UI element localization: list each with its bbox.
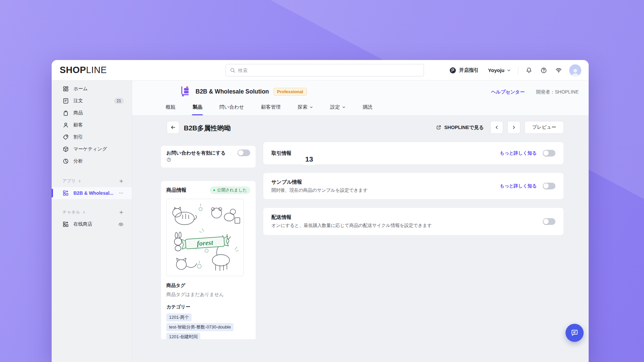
discount-tag-icon — [62, 134, 69, 140]
global-search[interactable] — [225, 64, 424, 76]
store-guide-button[interactable]: 开店指引 — [449, 67, 479, 74]
more-options-icon[interactable] — [118, 190, 124, 196]
back-button[interactable] — [167, 121, 179, 134]
inquiry-toggle-label: お問い合わせを有効にする — [166, 150, 237, 156]
category-tag-list: 1201-两个 test-智能分类-整数-0730-double 1201-创建… — [166, 313, 250, 339]
tab-inquiries[interactable]: 問い合わせ — [219, 104, 245, 115]
sidebar-item-label: ホーム — [73, 86, 124, 92]
sample-info-toggle[interactable] — [543, 183, 555, 189]
page-title: B2B多属性哟呦 — [184, 124, 231, 133]
card-title: サンプル情報 — [271, 179, 500, 185]
developer-label: 開発者：SHOPLINE — [536, 89, 579, 95]
learn-more-link[interactable]: もっと詳しく知る — [500, 150, 537, 156]
search-input[interactable] — [238, 68, 420, 73]
category-tag[interactable]: 1201-两个 — [166, 313, 192, 321]
forest-banner-text: forest — [197, 238, 214, 247]
avatar[interactable] — [569, 64, 581, 76]
sidebar-item-b2b-app[interactable]: B2B & Wholesal... — [52, 187, 132, 199]
sidebar-item-products[interactable]: 商品 — [52, 107, 132, 119]
analytics-pie-icon — [62, 158, 69, 165]
logo-bold: SHOP — [60, 65, 86, 75]
shopline-logo[interactable]: SHOPLINE — [60, 65, 107, 75]
product-info-title: 商品情報 — [166, 187, 186, 193]
shipping-info-toggle[interactable] — [543, 218, 555, 225]
network-wifi-icon[interactable] — [554, 66, 562, 74]
sidebar-item-analytics[interactable]: 分析 — [52, 155, 132, 167]
customers-icon — [62, 122, 69, 128]
sidebar-item-label: マーケティング — [73, 146, 124, 152]
tab-customer-management[interactable]: 顧客管理 — [261, 104, 281, 115]
sidebar-item-label: 分析 — [73, 158, 124, 164]
top-right-controls: 开店指引 Yoyoju — [449, 60, 581, 80]
card-description: オンにすると、最低購入数量に応じて商品の配送サイクル情報を設定できます — [271, 223, 543, 229]
view-on-shopline-link[interactable]: SHOPLINEで見る — [436, 124, 484, 131]
chevron-right-icon — [82, 210, 86, 214]
app-window: SHOPLINE 开店指引 Yoyoju — [52, 60, 589, 362]
logo-light: LINE — [86, 65, 107, 75]
b2b-app-trolley-icon — [180, 86, 191, 97]
preview-button[interactable]: プレビュー — [525, 121, 564, 134]
eye-icon[interactable] — [118, 222, 124, 227]
orders-icon — [62, 98, 69, 104]
top-bar: SHOPLINE 开店指引 Yoyoju — [52, 60, 589, 80]
shipping-info-card: 配送情報 オンにすると、最低購入数量に応じて商品の配送サイクル情報を設定できます — [263, 208, 564, 235]
learn-more-link[interactable]: もっと詳しく知る — [500, 183, 537, 189]
transaction-info-toggle[interactable] — [543, 150, 555, 157]
external-link-icon — [436, 125, 441, 130]
plan-badge: Professional — [273, 88, 307, 96]
app-title: B2B & Wholesale Solution — [196, 88, 269, 95]
header-divider — [518, 66, 518, 74]
category-tag[interactable]: test-智能分类-整数-0730-double — [166, 323, 233, 331]
search-icon — [230, 67, 235, 73]
add-app-icon[interactable] — [119, 179, 124, 184]
product-tags-empty: 商品タグはまだありません — [166, 292, 250, 298]
notifications-bell-icon[interactable] — [525, 66, 533, 74]
sidebar-item-customers[interactable]: 顧客 — [52, 119, 132, 131]
add-channel-icon[interactable] — [119, 210, 124, 215]
channels-section-label: チャネル — [62, 209, 80, 215]
prev-product-button[interactable] — [490, 121, 503, 134]
sidebar-item-discount[interactable]: 割引 — [52, 131, 132, 143]
account-menu[interactable]: Yoyoju — [488, 67, 511, 73]
sidebar-item-online-store[interactable]: 在线商店 — [52, 218, 132, 230]
chevron-right-icon — [78, 179, 82, 183]
product-tags-label: 商品タグ — [166, 283, 250, 289]
chat-fab-button[interactable] — [566, 324, 584, 342]
sidebar-section-apps[interactable]: アプリ — [52, 175, 132, 187]
sample-info-card: サンプル情報 開封後、現在の商品のサンプルを設定できます もっと詳しく知る — [263, 173, 564, 199]
sidebar-section-channels[interactable]: チャネル — [52, 206, 132, 218]
help-center-link[interactable]: ヘルプセンター — [491, 89, 525, 95]
tab-subscription[interactable]: 購読 — [362, 104, 373, 115]
app-content: B2B多属性哟呦 SHOPLINEで見る プレビュー — [132, 116, 589, 339]
store-guide-flag-icon — [449, 67, 456, 74]
home-icon — [62, 85, 69, 92]
sidebar-item-label: 顧客 — [73, 122, 124, 128]
orders-count-badge: 21 — [114, 98, 124, 104]
tab-settings[interactable]: 設定 — [330, 104, 346, 115]
sidebar-item-marketing[interactable]: マーケティング — [52, 143, 132, 155]
sidebar-item-home[interactable]: ホーム — [52, 83, 132, 95]
inquiry-toggle[interactable] — [237, 149, 250, 156]
product-image[interactable]: forest — [166, 199, 244, 276]
sidebar: ホーム 注文 21 商品 顧客 割引 マーケティング — [52, 80, 132, 362]
overlay-number: 13 — [303, 154, 315, 165]
help-icon[interactable] — [540, 66, 548, 74]
store-guide-label: 开店指引 — [459, 67, 479, 73]
main-area: B2B & Wholesale Solution Professional ヘル… — [132, 80, 589, 362]
account-name: Yoyoju — [488, 67, 504, 73]
tab-explore[interactable]: 探索 — [297, 104, 314, 115]
tab-products[interactable]: 製品 — [192, 104, 203, 115]
app-tabs: 概観 製品 問い合わせ 顧客管理 探索 設定 購読 — [165, 104, 373, 115]
next-product-button[interactable] — [507, 121, 520, 134]
category-label: カテゴリー — [166, 304, 250, 310]
category-tag[interactable]: 1201-创建时间 — [166, 333, 200, 339]
sidebar-item-label: 在线商店 — [73, 221, 114, 227]
product-info-card: 商品情報 公開されました — [161, 181, 256, 339]
app-grid-icon — [62, 190, 69, 196]
store-grid-icon — [62, 221, 69, 228]
published-status-badge: 公開されました — [210, 186, 250, 194]
sidebar-item-label: 割引 — [73, 134, 124, 140]
sidebar-item-orders[interactable]: 注文 21 — [52, 95, 132, 107]
tab-overview[interactable]: 概観 — [165, 104, 176, 115]
question-icon[interactable] — [166, 157, 171, 162]
